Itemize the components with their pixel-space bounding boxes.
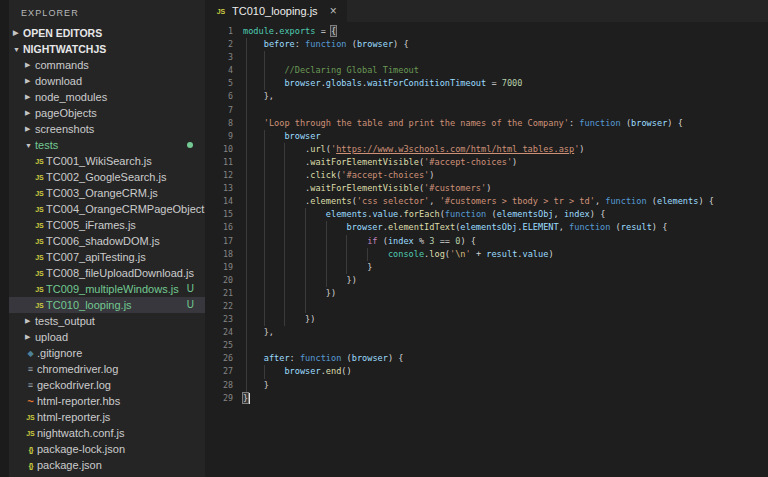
tree-item-node-modules[interactable]: ▶node_modules <box>9 89 205 105</box>
tree-item-geckodriver-log[interactable]: ≡geckodriver.log <box>9 377 205 393</box>
tree-item-screenshots[interactable]: ▶screenshots <box>9 121 205 137</box>
code-line[interactable]: 3 <box>205 51 768 64</box>
indent-guide <box>264 300 265 313</box>
tree-item-tc006-shadowdom-js[interactable]: JSTC006_shadowDOM.js <box>9 233 205 249</box>
tree-item-package-lock-json[interactable]: {}package-lock.json <box>9 441 205 457</box>
chevron-collapsed-icon[interactable]: ▶ <box>24 125 35 133</box>
code-token: % <box>414 236 430 246</box>
code-token: () <box>341 366 351 376</box>
js-file-icon: JS <box>33 302 46 309</box>
code-line[interactable]: 12 .click('#accept-choices') <box>205 169 768 182</box>
code-line[interactable]: 13 .waitForElementVisible('#customers') <box>205 182 768 195</box>
js-file-icon: JS <box>24 430 37 437</box>
tree-item-label: TC009_multipleWindows.js <box>46 283 179 295</box>
code-line[interactable]: 15 elements.value.forEach(function (elem… <box>205 208 768 221</box>
code-token: : <box>295 39 305 49</box>
tree-item-tests[interactable]: ▼tests <box>9 137 205 153</box>
chevron-collapsed-icon[interactable]: ▶ <box>24 93 35 101</box>
chevron-collapsed-icon[interactable]: ▶ <box>24 109 35 117</box>
tree-item-tc004-orangecrmpageobject-js[interactable]: JSTC004_OrangeCRMPageObject.js <box>9 201 205 217</box>
code-line[interactable]: 8 'Loop through the table and print the … <box>205 117 768 130</box>
tree-item-chromedriver-log[interactable]: ≡chromedriver.log <box>9 361 205 377</box>
code-line[interactable]: 6 }, <box>205 90 768 103</box>
tree-item-upload[interactable]: ▶upload <box>9 329 205 345</box>
code-line[interactable]: 4 //Declaring Global Timeout <box>205 64 768 77</box>
tree-item-tc008-fileuploaddownload-js[interactable]: JSTC008_fileUploadDownload.js <box>9 265 205 281</box>
code-line[interactable]: 28 } <box>205 379 768 392</box>
js-file-icon: JS <box>33 270 46 277</box>
tab-tc010-looping[interactable]: JS TC010_looping.js × <box>205 0 347 22</box>
chevron-expanded-icon[interactable]: ▼ <box>24 142 35 149</box>
code-line[interactable]: 2 before: function (browser) { <box>205 38 768 51</box>
js-file-icon: JS <box>33 286 46 293</box>
code-line[interactable]: 26 after: function (browser) { <box>205 352 768 365</box>
tree-item-label: TC004_OrangeCRMPageObject.js <box>46 203 205 215</box>
code-line[interactable]: 22 <box>205 300 768 313</box>
tree-item-commands[interactable]: ▶commands <box>9 57 205 73</box>
code-token: { <box>331 26 336 36</box>
code-token: ) { <box>698 196 714 206</box>
tab-close-icon[interactable]: × <box>330 5 337 17</box>
code-line[interactable]: 29} <box>205 392 768 405</box>
tree-item-tc007-apitesting-js[interactable]: JSTC007_apiTesting.js <box>9 249 205 265</box>
code-token: forEach <box>403 209 439 219</box>
section-nightwatchjs[interactable]: ▼NIGHTWATCHJS <box>9 41 205 57</box>
tree-item-package-json[interactable]: {}package.json <box>9 457 205 473</box>
code-line[interactable]: 16 browser.elementIdText(elementsObj.ELE… <box>205 221 768 234</box>
tree-item-tc003-orangecrm-js[interactable]: JSTC003_OrangeCRM.js <box>9 185 205 201</box>
code-token: ) <box>548 249 553 259</box>
tree-item-tc001-wikisearch-js[interactable]: JSTC001_WikiSearch.js <box>9 153 205 169</box>
code-line[interactable]: 18 console.log('\n' + result.value) <box>205 248 768 261</box>
tree-item-html-reporter-js[interactable]: JShtml-reporter.js <box>9 409 205 425</box>
code-line[interactable]: 25 <box>205 339 768 352</box>
tree-item-tc009-multiplewindows-js[interactable]: JSTC009_multipleWindows.jsU <box>9 281 205 297</box>
tree-item-tc010-looping-js[interactable]: JSTC010_looping.jsU <box>9 297 205 313</box>
code-token: 7000 <box>502 78 523 88</box>
code-token: https://www.w3schools.com/html/html_tabl… <box>336 144 574 154</box>
code-line[interactable]: 20 }) <box>205 274 768 287</box>
line-content: browser.elementIdText(elementsObj.ELEMEN… <box>233 221 768 234</box>
tree-item-label: html-reporter.js <box>37 411 110 423</box>
tree-item-download[interactable]: ▶download <box>9 73 205 89</box>
chevron-collapsed-icon[interactable]: ▶ <box>24 61 35 69</box>
code-line[interactable]: 9 browser <box>205 130 768 143</box>
tree-item-pageobjects[interactable]: ▶pageObjects <box>9 105 205 121</box>
code-editor[interactable]: 1module.exports = {2 before: function (b… <box>205 22 768 477</box>
git-modified-dot <box>187 142 193 148</box>
code-line[interactable]: 27 browser.end() <box>205 365 768 378</box>
tree-item-tests-output[interactable]: ▶tests_output <box>9 313 205 329</box>
code-token: \n <box>455 249 465 259</box>
code-line[interactable]: 24 }, <box>205 326 768 339</box>
code-line[interactable]: 11 .waitForElementVisible('#accept-choic… <box>205 156 768 169</box>
tree-item--gitignore[interactable]: ◆.gitignore <box>9 345 205 361</box>
code-line[interactable]: 21 }) <box>205 287 768 300</box>
code-token: = <box>486 78 502 88</box>
chevron-collapsed-icon[interactable]: ▶ <box>24 77 35 85</box>
tree-item-tc005-iframes-js[interactable]: JSTC005_iFrames.js <box>9 217 205 233</box>
code-line[interactable]: 19 } <box>205 261 768 274</box>
chevron-collapsed-icon[interactable]: ▶ <box>24 317 35 325</box>
code-line[interactable]: 10 .url('https://www.w3schools.com/html/… <box>205 143 768 156</box>
code-line[interactable]: 7 <box>205 104 768 117</box>
tree-item-tc002-googlesearch-js[interactable]: JSTC002_GoogleSearch.js <box>9 169 205 185</box>
code-token: ) <box>486 183 491 193</box>
code-line[interactable]: 17 if (index % 3 == 0) { <box>205 235 768 248</box>
code-token: }) <box>243 314 315 324</box>
code-token: 'Loop through the table and print the na… <box>264 118 569 128</box>
chevron-expanded-icon[interactable]: ▼ <box>12 46 23 53</box>
code-line[interactable]: 5 browser.globals.waitForConditionTimeou… <box>205 77 768 90</box>
code-line[interactable]: 23 }) <box>205 313 768 326</box>
tree-item-nightwatch-conf-js[interactable]: JSnightwatch.conf.js <box>9 425 205 441</box>
code-token <box>243 366 284 376</box>
code-line[interactable]: 14 .elements('css selector', '#customers… <box>205 195 768 208</box>
chevron-collapsed-icon[interactable]: ▶ <box>24 333 35 341</box>
code-token: end <box>326 366 342 376</box>
code-line[interactable]: 1module.exports = { <box>205 25 768 38</box>
code-token: if <box>367 236 377 246</box>
code-token: globals <box>326 78 362 88</box>
tree-item-html-reporter-hbs[interactable]: ~html-reporter.hbs <box>9 393 205 409</box>
line-number: 8 <box>205 117 233 130</box>
chevron-collapsed-icon[interactable]: ▶ <box>12 29 23 37</box>
section-open-editors[interactable]: ▶OPEN EDITORS <box>9 25 205 41</box>
code-token: }) <box>243 288 336 298</box>
